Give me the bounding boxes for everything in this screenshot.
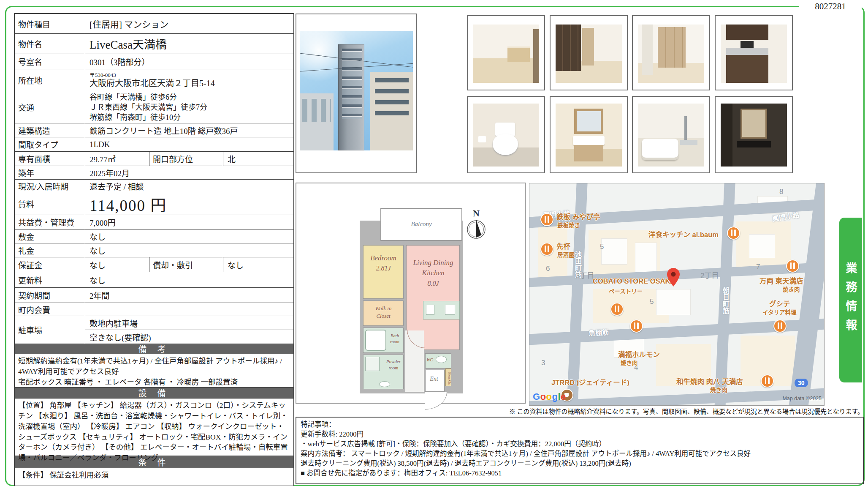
row-label: 契約期間: [15, 288, 85, 303]
logo-letter: o: [546, 391, 552, 402]
floorplan-panel: Balcony Bedroom 2.81J Living Dining Kitc…: [296, 183, 526, 404]
bath-label-2: room: [390, 339, 399, 344]
row-label: 現況/入居時期: [15, 180, 85, 193]
washer-space: [365, 357, 380, 371]
poi-genre: 焼き肉: [710, 385, 727, 394]
wood-closet-doors: [658, 27, 686, 68]
table-row: 駐車場 敷地内駐車場 空きなし(要確認): [15, 316, 293, 344]
poi-label: 和牛焼肉 肉八 天満店: [676, 376, 743, 386]
row-label: 礼金: [15, 243, 85, 257]
vanity-mirror: [741, 109, 767, 139]
photo-bedroom-sliding-doors: [550, 15, 628, 90]
google-logo: Google: [533, 391, 566, 402]
bath-label-1: Bath: [391, 333, 399, 338]
row-label: 保証金: [15, 257, 85, 272]
logo-letter: G: [533, 391, 540, 402]
access-line: ＪＲ東西線「大阪天満宮」徒歩7分: [90, 102, 293, 112]
row-value: なし: [85, 257, 149, 272]
table-row: 物件種目 [住居用] マンション: [15, 14, 293, 34]
table-row: 号室名 0301（3階部分）: [15, 54, 293, 69]
logo-letter: o: [540, 391, 546, 402]
table-row: 所在地 〒530-0043 大阪府大阪市北区天満２丁目5-14: [15, 69, 293, 91]
kitchen-photo-content: [721, 25, 787, 83]
notes-line: 更新手数料: 22000円: [301, 429, 859, 439]
wic-label-2: Closet: [376, 313, 390, 319]
left-building: [300, 93, 334, 150]
ldk-photo-content: [473, 25, 539, 83]
row-label: 築年: [15, 166, 85, 179]
dark-wall: [721, 104, 732, 167]
row-value: 0301（3階部分）: [85, 54, 293, 69]
bedroom-size-label: 2.81J: [376, 265, 391, 272]
row-value: 29.77㎡: [85, 152, 149, 166]
shower-bar: [684, 116, 687, 142]
poi-genre: イタリア料理: [762, 308, 796, 316]
block-number: 5: [650, 298, 654, 306]
notes-line: 退去時クリーニング費用(税込) 38,500円(退去時) / 退去時エアコンクリ…: [301, 459, 859, 468]
entrance-label: Ent: [430, 376, 438, 382]
row-value: なし: [85, 243, 293, 257]
poi-label: グシテ: [769, 298, 790, 309]
postal-code: 〒530-0043: [90, 72, 293, 78]
mirror-cabinet: [574, 109, 603, 134]
document-number: 8027281: [815, 1, 846, 12]
poi-label: 満福ホルモン: [618, 349, 660, 359]
table-row: 間取タイプ 1LDK: [15, 137, 293, 152]
table-row: 礼金 なし: [15, 243, 293, 257]
compass-icon: [464, 219, 488, 240]
right-building: [370, 72, 413, 150]
row-label2: 開口部方位: [149, 152, 223, 166]
powder-label-2: room: [389, 365, 399, 370]
access-line: 堺筋線「南森町」徒歩10分: [90, 112, 293, 123]
row-label: 更新料: [15, 272, 85, 287]
row-value: 鉄筋コンクリート造 地上10階 総戸数36戸: [85, 123, 293, 137]
street-label: 朝日町筋: [720, 287, 730, 314]
map-building: [601, 238, 627, 265]
table-row: 現況/入居時期 退去予定 / 相談: [15, 180, 293, 193]
block-number: 3丁目: [576, 270, 594, 280]
lower-cabinets: [726, 55, 768, 83]
map-attribution: Map data ©2025: [782, 396, 822, 401]
poi-label: 万両 東天満店: [760, 276, 803, 286]
row-label: 専有面積: [15, 152, 85, 166]
table-row: 建築構造 鉄筋コンクリート造 地上10階 総戸数36戸: [15, 123, 293, 137]
poi-genre: 居酒屋: [557, 250, 575, 259]
poi-label: COBATO STORE OSAKA: [593, 277, 675, 285]
row-value: [住居用] マンション: [85, 14, 293, 33]
row-label: 号室名: [15, 54, 85, 69]
parking-line1: 敷地内駐車場: [85, 316, 293, 330]
notes-line: ■ お問合せ先に指定があります：梅田オフィス: TEL06-7632-9051: [301, 468, 859, 478]
wc-label: WC: [427, 358, 433, 362]
photo-building-exterior: [296, 14, 417, 173]
row-value: 退去予定 / 相談: [85, 180, 293, 193]
stove-square: [445, 305, 455, 315]
bedroom-photo-content: [556, 25, 622, 83]
row-value: 1LDK: [85, 137, 293, 151]
upper-cabinets: [726, 25, 768, 40]
row-label: 共益費・管理費: [15, 215, 85, 229]
stainless-counter: [726, 48, 768, 55]
address: 大阪府大阪市北区天満２丁目5-14: [90, 78, 293, 88]
wic-label-1: Walk in: [375, 305, 392, 312]
basin-cabinet: [574, 145, 603, 161]
restaurant-icon: [540, 243, 553, 256]
block-number: 5: [600, 243, 604, 251]
sink-square: [426, 305, 434, 315]
north-label: N: [473, 208, 480, 219]
map-building: [635, 243, 657, 273]
poi-genre: 焼き肉: [783, 285, 800, 293]
restaurant-icon: [773, 319, 787, 333]
table-row: 専有面積 29.77㎡ 開口部方位 北: [15, 152, 293, 166]
location-map: 興門小路 興門小路 池田町筋 朝日町筋 魚棚筋 8 7 5 6 5 3丁目 2丁…: [529, 183, 825, 406]
row-label: 物件種目: [15, 14, 85, 33]
photo-washbasin: [550, 96, 628, 173]
row-value2: なし: [223, 257, 293, 272]
bathtub-shape: [365, 330, 386, 351]
restaurant-icon: [761, 374, 774, 388]
row-value: [85, 303, 293, 316]
logo-letter: e: [561, 391, 566, 402]
table-row: 契約期間 2年間: [15, 288, 293, 303]
ldk-size-label: 8.0J: [427, 280, 439, 287]
row-value: 2025年02月: [85, 166, 293, 179]
washbasin-photo-content: [556, 104, 622, 167]
